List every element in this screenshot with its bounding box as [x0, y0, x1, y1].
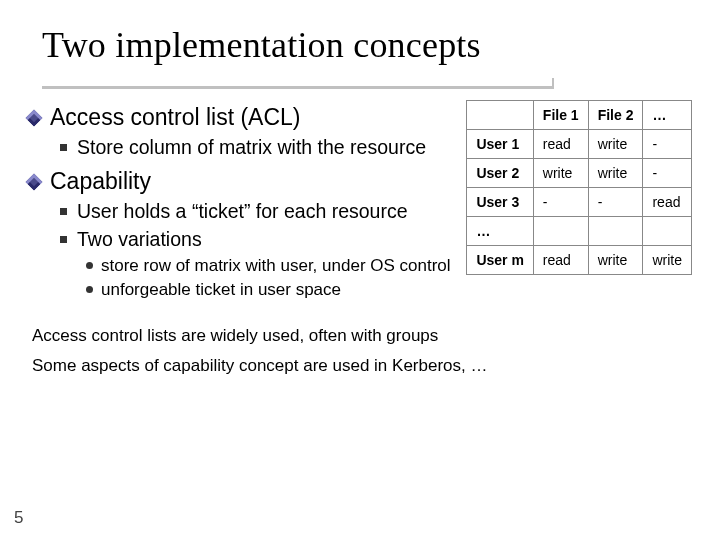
table-row: User 2 write write - — [467, 159, 692, 188]
table-row-header: User 1 — [467, 130, 533, 159]
table-header-cell — [467, 101, 533, 130]
table-cell: - — [588, 188, 643, 217]
footer-line1: Access control lists are widely used, of… — [32, 323, 692, 349]
square-icon — [60, 144, 67, 151]
bullet-capability-text: Capability — [50, 168, 151, 195]
table-cell: write — [588, 246, 643, 275]
dot-icon — [86, 262, 93, 269]
table-row: User 3 - - read — [467, 188, 692, 217]
table-cell: - — [533, 188, 588, 217]
footer-notes: Access control lists are widely used, of… — [28, 323, 692, 378]
table-row-header: User 3 — [467, 188, 533, 217]
content-area: Access control list (ACL) Store column o… — [28, 96, 692, 303]
table-header-cell: File 2 — [588, 101, 643, 130]
title-underline — [40, 72, 692, 90]
square-icon — [60, 208, 67, 215]
page-number: 5 — [14, 508, 23, 528]
bullet-column: Access control list (ACL) Store column o… — [28, 96, 452, 303]
bullet-cap-sub2a: store row of matrix with user, under OS … — [86, 255, 452, 277]
table-row: … — [467, 217, 692, 246]
bullet-acl-sub-text: Store column of matrix with the resource — [77, 135, 426, 160]
slide: Two implementation concepts Access contr… — [0, 0, 720, 540]
bullet-cap-sub2: Two variations — [60, 227, 452, 252]
table-row-header: User m — [467, 246, 533, 275]
table-cell: write — [588, 130, 643, 159]
table-cell: write — [643, 246, 692, 275]
table-cell: write — [533, 159, 588, 188]
table-row-header: … — [467, 217, 533, 246]
diamond-icon — [26, 173, 43, 190]
table-row-header: User 2 — [467, 159, 533, 188]
slide-title: Two implementation concepts — [42, 24, 692, 66]
bullet-capability: Capability — [28, 168, 452, 195]
table-cell — [643, 217, 692, 246]
table-cell — [588, 217, 643, 246]
bullet-cap-sub2b-text: unforgeable ticket in user space — [101, 279, 341, 301]
bullet-cap-sub1: User holds a “ticket” for each resource — [60, 199, 452, 224]
bullet-cap-sub1-text: User holds a “ticket” for each resource — [77, 199, 408, 224]
table-row: User 1 read write - — [467, 130, 692, 159]
table-cell: read — [643, 188, 692, 217]
bullet-cap-sub2-text: Two variations — [77, 227, 202, 252]
bullet-cap-sub2b: unforgeable ticket in user space — [86, 279, 452, 301]
table-cell: - — [643, 130, 692, 159]
table-header-row: File 1 File 2 … — [467, 101, 692, 130]
table-cell: - — [643, 159, 692, 188]
bullet-cap-sub2a-text: store row of matrix with user, under OS … — [101, 255, 451, 277]
dot-icon — [86, 286, 93, 293]
table-header-cell: … — [643, 101, 692, 130]
table-cell: write — [588, 159, 643, 188]
table-cell — [533, 217, 588, 246]
diamond-icon — [26, 110, 43, 127]
footer-line2: Some aspects of capability concept are u… — [32, 353, 692, 379]
table-cell: read — [533, 130, 588, 159]
access-matrix-table: File 1 File 2 … User 1 read write - User… — [466, 100, 692, 275]
matrix-table-wrap: File 1 File 2 … User 1 read write - User… — [466, 100, 692, 303]
table-header-cell: File 1 — [533, 101, 588, 130]
square-icon — [60, 236, 67, 243]
table-row: User m read write write — [467, 246, 692, 275]
bullet-acl-text: Access control list (ACL) — [50, 104, 301, 131]
bullet-acl: Access control list (ACL) — [28, 104, 452, 131]
bullet-acl-sub: Store column of matrix with the resource — [60, 135, 452, 160]
table-cell: read — [533, 246, 588, 275]
